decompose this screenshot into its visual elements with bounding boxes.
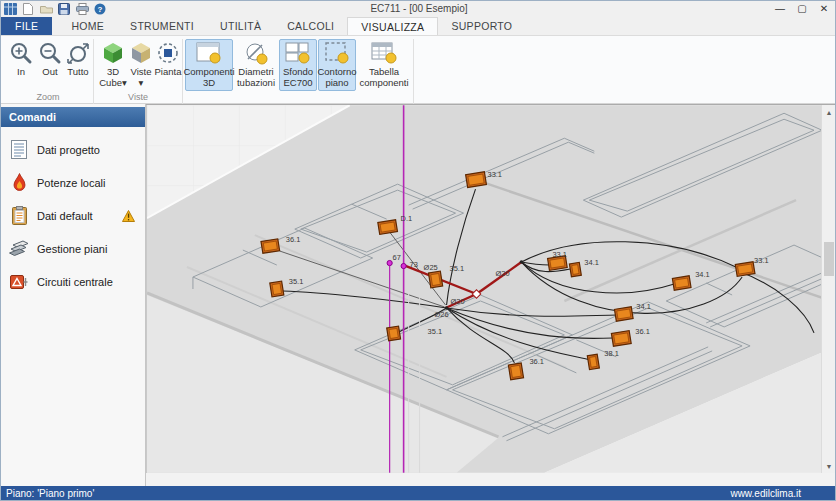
ribbon-tab-bar: FILE HOME STRUMENTI UTILITÀ CALCOLI VISU… bbox=[1, 17, 836, 36]
pipe-label: D.1 bbox=[401, 214, 413, 223]
cube-3d-button[interactable]: 3D Cube▾ bbox=[96, 39, 130, 91]
clipboard-icon bbox=[9, 207, 29, 225]
flame-icon bbox=[9, 174, 29, 192]
radiator[interactable] bbox=[261, 239, 280, 253]
zoom-in-icon bbox=[9, 40, 33, 66]
pipe-label: 36.1 bbox=[286, 235, 301, 244]
sidebar-item-potenze-locali[interactable]: Potenze locali bbox=[1, 166, 145, 199]
diametri-tubazioni-icon bbox=[244, 40, 268, 66]
radiator[interactable] bbox=[466, 172, 487, 188]
pipe-label: 36.1 bbox=[635, 327, 650, 336]
pipe-label: 34.1 bbox=[695, 270, 710, 279]
scroll-up-icon[interactable]: ▲ bbox=[822, 105, 836, 119]
componenti-3d-toggle[interactable]: Componenti 3D bbox=[185, 39, 233, 91]
pipe-label: Ø20 bbox=[451, 297, 465, 306]
window-title: EC711 - [00 Esempio] bbox=[1, 3, 836, 14]
tabella-componenti-icon bbox=[371, 40, 397, 66]
pipe-label: 34.1 bbox=[584, 258, 599, 267]
pipe-label: 35.1 bbox=[450, 264, 465, 273]
radiator[interactable] bbox=[428, 271, 442, 288]
pianta-button[interactable]: Pianta bbox=[151, 39, 185, 91]
sidebar-item-dati-default[interactable]: Dati default bbox=[1, 199, 145, 232]
sidebar-header: Comandi bbox=[1, 107, 145, 127]
pipe-label: 35.1 bbox=[289, 277, 304, 286]
maximize-button[interactable]: ▢ bbox=[791, 1, 813, 16]
contorno-piano-icon bbox=[324, 40, 350, 66]
pipe-label: 38.1 bbox=[604, 349, 619, 358]
tab-calcoli[interactable]: CALCOLI bbox=[274, 17, 347, 35]
pipe-label: 36.1 bbox=[529, 357, 544, 366]
radiator[interactable] bbox=[614, 307, 633, 321]
pipe-label: 73 bbox=[410, 260, 418, 269]
scroll-down-icon[interactable]: ▼ bbox=[822, 459, 836, 473]
tab-utilita[interactable]: UTILITÀ bbox=[207, 17, 274, 35]
pipe-label: 33.1 bbox=[552, 250, 567, 259]
circuit-icon bbox=[9, 273, 29, 291]
radiator[interactable] bbox=[569, 262, 581, 276]
status-floor-label: Piano: 'Piano primo' bbox=[6, 488, 94, 499]
pipe-label: 33.1 bbox=[754, 256, 769, 265]
sidebar-item-dati-progetto[interactable]: Dati progetto bbox=[1, 133, 145, 166]
radiator[interactable] bbox=[587, 354, 599, 369]
radiator[interactable] bbox=[735, 262, 755, 277]
pipe-label: 67 bbox=[393, 253, 401, 262]
chevron-down-icon: ▾ bbox=[139, 77, 144, 88]
sfondo-ec700-icon bbox=[285, 40, 311, 66]
ribbon: In Out Tutto Zoom 3D Cube▾ Vi bbox=[1, 36, 836, 104]
contorno-piano-toggle[interactable]: Contorno piano bbox=[318, 39, 356, 91]
pipe-label: 34.1 bbox=[636, 302, 651, 311]
zoom-all-icon bbox=[65, 40, 91, 66]
diametri-tubazioni-toggle[interactable]: Diametri tubazioni bbox=[234, 39, 278, 91]
zoom-all-button[interactable]: Tutto bbox=[61, 39, 95, 91]
viste-cube-icon bbox=[129, 40, 153, 66]
app-window: ? EC711 - [00 Esempio] — ▢ ✕ FILE HOME S… bbox=[0, 0, 836, 501]
pipe-label: Ø25 bbox=[424, 263, 438, 272]
tabella-componenti-toggle[interactable]: Tabella componenti bbox=[359, 39, 409, 91]
sidebar: Comandi Dati progetto Potenze locali Dat… bbox=[1, 104, 146, 488]
document-icon bbox=[9, 141, 29, 159]
pipe-label: 33.1 bbox=[487, 170, 502, 179]
group-label-viste: Viste bbox=[96, 92, 180, 102]
title-bar: ? EC711 - [00 Esempio] — ▢ ✕ bbox=[1, 1, 836, 17]
radiator[interactable] bbox=[672, 276, 691, 290]
drawing-canvas-area: 33.1D.136.135.1Ø2535.16773Ø20Ø20Ø2633.13… bbox=[146, 104, 835, 486]
pipe-label: 35.1 bbox=[428, 327, 443, 336]
sidebar-item-circuiti-centrale[interactable]: Circuiti centrale bbox=[1, 265, 145, 298]
vertical-scroll-thumb[interactable] bbox=[824, 242, 834, 276]
status-bar: Piano: 'Piano primo' www.edilclima.it bbox=[1, 486, 836, 500]
radiator[interactable] bbox=[378, 220, 398, 235]
sidebar-item-gestione-piani[interactable]: Gestione piani bbox=[1, 232, 145, 265]
tab-home[interactable]: HOME bbox=[58, 17, 117, 35]
close-button[interactable]: ✕ bbox=[813, 1, 835, 16]
zoom-out-icon bbox=[38, 40, 62, 66]
status-website-link[interactable]: www.edilclima.it bbox=[730, 488, 801, 499]
tab-file[interactable]: FILE bbox=[1, 17, 52, 35]
radiator[interactable] bbox=[387, 326, 401, 341]
pianta-icon bbox=[156, 40, 180, 66]
minimize-button[interactable]: — bbox=[769, 1, 791, 16]
warning-icon bbox=[122, 208, 135, 226]
componenti-3d-icon bbox=[196, 40, 222, 66]
radiator[interactable] bbox=[508, 363, 523, 380]
floor-plan-3d-view[interactable]: 33.1D.136.135.1Ø2535.16773Ø20Ø20Ø2633.13… bbox=[146, 105, 823, 473]
radiator[interactable] bbox=[270, 281, 284, 297]
pipe-label: Ø26 bbox=[435, 310, 449, 319]
tab-supporto[interactable]: SUPPORTO bbox=[438, 17, 525, 35]
pipe-label: Ø20 bbox=[495, 269, 509, 278]
cube-3d-icon bbox=[101, 40, 125, 66]
tab-visualizza[interactable]: VISUALIZZA bbox=[347, 17, 438, 35]
vertical-scrollbar[interactable]: ▲ ▼ bbox=[821, 105, 835, 473]
layers-icon bbox=[9, 240, 29, 258]
tab-strumenti[interactable]: STRUMENTI bbox=[117, 17, 207, 35]
group-label-zoom: Zoom bbox=[4, 92, 92, 102]
sfondo-ec700-toggle[interactable]: Sfondo EC700 bbox=[279, 39, 317, 91]
radiator[interactable] bbox=[611, 331, 631, 347]
